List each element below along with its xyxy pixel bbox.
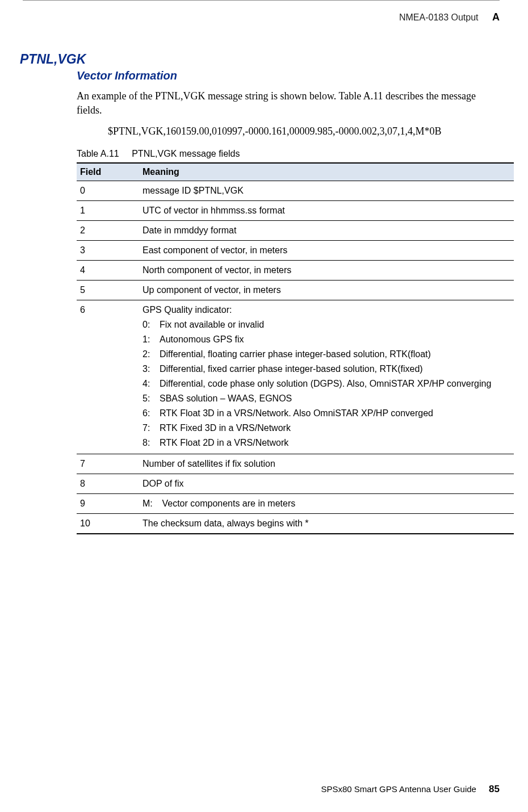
list-item: 6:RTK Float 3D in a VRS/Network. Also Om… xyxy=(143,407,509,420)
quality-text: Fix not available or invalid xyxy=(160,318,509,332)
quality-num: 3: xyxy=(143,362,160,376)
quality-text: Differential, code phase only solution (… xyxy=(160,377,509,391)
header-label: NMEA-0183 Output xyxy=(399,12,479,22)
column-header-meaning: Meaning xyxy=(139,163,514,181)
cell-field: 4 xyxy=(77,261,139,281)
cell-field: 9 xyxy=(77,494,139,514)
list-item: 8:RTK Float 2D in a VRS/Network xyxy=(143,436,509,450)
cell-meaning: East component of vector, in meters xyxy=(139,241,514,261)
list-item: 0:Fix not available or invalid xyxy=(143,318,509,332)
cell-field: 6 xyxy=(77,300,139,454)
page-subtitle: Vector Information xyxy=(77,69,500,82)
table-row: 1 UTC of vector in hhmmss.ss format xyxy=(77,201,514,221)
list-item: 5:SBAS solution – WAAS, EGNOS xyxy=(143,392,509,405)
quality-num: 2: xyxy=(143,348,160,361)
quality-num: 5: xyxy=(143,392,160,405)
cell-meaning: Date in mmddyy format xyxy=(139,221,514,241)
cell-field: 10 xyxy=(77,514,139,534)
table-row: 9 M: Vector components are in meters xyxy=(77,494,514,514)
table-row: 4 North component of vector, in meters xyxy=(77,261,514,281)
table-row: 8 DOP of fix xyxy=(77,474,514,494)
table-caption-number: Table A.11 xyxy=(77,149,119,158)
page-header: NMEA-0183 Output A xyxy=(23,11,500,23)
quality-text: RTK Fixed 3D in a VRS/Network xyxy=(160,421,509,435)
header-rule xyxy=(23,0,500,1)
cell-field: 8 xyxy=(77,474,139,494)
header-section-letter: A xyxy=(492,11,500,23)
quality-text: Differential, floating carrier phase int… xyxy=(160,348,509,361)
table-caption-title: PTNL,VGK message fields xyxy=(132,149,240,158)
list-item: 2:Differential, floating carrier phase i… xyxy=(143,348,509,361)
cell-meaning: UTC of vector in hhmmss.ss format xyxy=(139,201,514,221)
cell-field: 7 xyxy=(77,454,139,474)
quality-text: Autonomous GPS fix xyxy=(160,333,509,346)
footer-page-number: 85 xyxy=(489,784,500,794)
quality-text: SBAS solution – WAAS, EGNOS xyxy=(160,392,509,405)
table-header-row: Field Meaning xyxy=(77,163,514,181)
example-string: $PTNL,VGK,160159.00,010997,-0000.161,000… xyxy=(108,125,500,137)
m-label: M: xyxy=(143,497,160,510)
page-footer: SPSx80 Smart GPS Antenna User Guide 85 xyxy=(321,784,500,795)
list-item: 3:Differential, fixed carrier phase inte… xyxy=(143,362,509,376)
quality-num: 1: xyxy=(143,333,160,346)
cell-field: 2 xyxy=(77,221,139,241)
footer-guide-title: SPSx80 Smart GPS Antenna User Guide xyxy=(321,784,476,794)
quality-text: RTK Float 3D in a VRS/Network. Also Omni… xyxy=(160,407,509,420)
list-item: 4:Differential, code phase only solution… xyxy=(143,377,509,391)
quality-num: 8: xyxy=(143,436,160,450)
quality-num: 0: xyxy=(143,318,160,332)
intro-paragraph: An example of the PTNL,VGK message strin… xyxy=(77,89,500,118)
table-row: 5 Up component of vector, in meters xyxy=(77,281,514,300)
list-item: 1:Autonomous GPS fix xyxy=(143,333,509,346)
cell-meaning: North component of vector, in meters xyxy=(139,261,514,281)
cell-meaning: GPS Quality indicator: 0:Fix not availab… xyxy=(139,300,514,454)
quality-header: GPS Quality indicator: xyxy=(143,305,232,315)
table-caption: Table A.11 PTNL,VGK message fields xyxy=(77,149,500,159)
table-row: 10 The checksum data, always begins with… xyxy=(77,514,514,534)
cell-field: 3 xyxy=(77,241,139,261)
quality-text: Differential, fixed carrier phase intege… xyxy=(160,362,509,376)
table-row: 0 message ID $PTNL,VGK xyxy=(77,181,514,201)
cell-meaning: M: Vector components are in meters xyxy=(139,494,514,514)
cell-meaning: DOP of fix xyxy=(139,474,514,494)
quality-text: RTK Float 2D in a VRS/Network xyxy=(160,436,509,450)
quality-num: 7: xyxy=(143,421,160,435)
table-row: 3 East component of vector, in meters xyxy=(77,241,514,261)
column-header-field: Field xyxy=(77,163,139,181)
m-text: Vector components are in meters xyxy=(162,499,295,508)
quality-indicator-list: 0:Fix not available or invalid 1:Autonom… xyxy=(143,318,509,450)
cell-meaning: message ID $PTNL,VGK xyxy=(139,181,514,201)
cell-meaning: Up component of vector, in meters xyxy=(139,281,514,300)
page-title: PTNL,VGK xyxy=(20,52,500,67)
table-row: 7 Number of satellites if fix solution xyxy=(77,454,514,474)
cell-field: 0 xyxy=(77,181,139,201)
cell-field: 5 xyxy=(77,281,139,300)
table-row: 2 Date in mmddyy format xyxy=(77,221,514,241)
list-item: 7:RTK Fixed 3D in a VRS/Network xyxy=(143,421,509,435)
quality-num: 4: xyxy=(143,377,160,391)
cell-meaning: Number of satellites if fix solution xyxy=(139,454,514,474)
table-row: 6 GPS Quality indicator: 0:Fix not avail… xyxy=(77,300,514,454)
cell-field: 1 xyxy=(77,201,139,221)
quality-num: 6: xyxy=(143,407,160,420)
message-fields-table: Field Meaning 0 message ID $PTNL,VGK 1 U… xyxy=(77,162,514,534)
cell-meaning: The checksum data, always begins with * xyxy=(139,514,514,534)
